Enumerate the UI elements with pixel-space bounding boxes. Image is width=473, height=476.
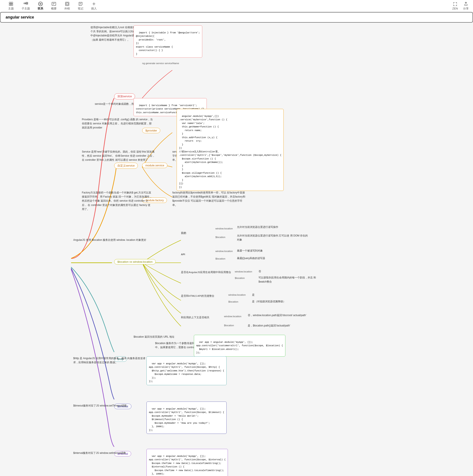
note-timeout: $timeout服务对应了JS window.setTimeout函数 [73, 404, 127, 408]
associate-icon [38, 1, 43, 6]
val-wl-lc: 否 [258, 270, 261, 273]
frame-icon [65, 1, 70, 6]
label-wl-purpose: window.location [215, 227, 233, 230]
label-purpose: 目的 [181, 232, 186, 235]
val-wl-ctx: 否，window.location.path返回'/docroot/ actua… [248, 313, 306, 317]
note-factory: Factory方法直接把一个函数当成一个对象的$ get,方法可以直接返回字符串… [82, 191, 153, 211]
overview-icon [52, 1, 56, 6]
label-loc-api: $location [215, 257, 225, 260]
connector-svg [0, 12, 473, 476]
share-button[interactable]: 分享 [463, 1, 469, 11]
val-loc-api: 暴露jQuery风格的读写器 [237, 256, 265, 260]
val-loc-purpose: 允许对当前浏览器位置进行读写操作,它可以使 用 DOM 存在的对象 [237, 234, 310, 242]
label-api: API [181, 253, 185, 256]
svg-rect-2 [9, 4, 11, 5]
branch-add-service[interactable]: 添加service [114, 93, 135, 100]
label-wl-lc: window.location [235, 270, 252, 273]
val-loc-lc: 可以获取到应用生命周期内的每一个阶段，并且 和$watch整合 [258, 276, 323, 284]
subtheme-icon [23, 1, 28, 6]
svg-rect-5 [26, 2, 28, 3]
svg-rect-4 [24, 3, 25, 4]
mindmap-canvas: angular service 添加service ng generate se… [0, 12, 473, 476]
svg-rect-6 [26, 3, 28, 4]
notes-icon [78, 1, 83, 6]
toolbar-subtheme[interactable]: 子主题 [18, 1, 34, 11]
toolbar-associate[interactable]: 联系 [34, 1, 47, 11]
toolbar-right: ZEN 分享 [452, 1, 469, 11]
label-context: 和应用的上下文是否相关 [181, 315, 209, 319]
zen-icon [453, 2, 457, 6]
label-wl-api: window.location [215, 250, 233, 253]
code-timeout: var app = angular.module('myApp', []); a… [146, 402, 227, 434]
toolbar-frame[interactable]: 外框 [60, 1, 74, 11]
zen-button[interactable]: ZEN [452, 2, 458, 10]
svg-rect-3 [11, 4, 13, 5]
branch-module-service[interactable]: module.service [142, 163, 167, 168]
val-loc-ctx: 是，$location.path()返回'/actual/path' [248, 324, 290, 328]
note-factory2: factory的使用比$provide的使用简单一些，可以 在factory中直… [172, 191, 246, 207]
val-wl-purpose: 允许对当前浏览器位置进行读写操作 [237, 225, 278, 229]
root-node[interactable]: angular service [0, 12, 473, 23]
note-location-main: AngularJS 使用 $location 服务比使用 window. loc… [73, 238, 146, 242]
val-wl-h5: 是 [252, 293, 255, 297]
label-wl-ctx: window.location [224, 315, 241, 318]
svg-rect-10 [52, 2, 56, 5]
label-ng-generate: ng generate service serviceName [142, 62, 179, 65]
label-loc-lc: $location [235, 277, 245, 279]
svg-rect-0 [9, 2, 11, 3]
note-module-service: Service 是用'new'关键字实例化的。因此，你应 该给'this'添加属… [82, 150, 155, 162]
note-http: $http 是 AngularJS 应用中最常用的服务。服务 向服务器发送请求，… [73, 356, 146, 365]
val-loc-h5: 是（对低级浏览器优雅降级） [252, 300, 286, 304]
label-html5: 是否和HTML5 API的无缝整合 [181, 294, 214, 298]
toolbar: 主题 子主题 联系 概要 外框 [0, 0, 473, 12]
svg-rect-12 [66, 3, 68, 5]
label-wl-h5: window.location [228, 293, 246, 296]
theme-icon [9, 1, 13, 6]
code-http: var app = angular.module('myApp', []); a… [146, 356, 227, 385]
toolbar-notes[interactable]: 笔记 [74, 1, 87, 11]
insert-icon [91, 1, 96, 6]
toolbar-insert[interactable]: 插入 [87, 1, 101, 11]
label-loc-purpose: $location [215, 236, 225, 238]
label-url: $location 返回当前页面的 URL 地址 [134, 335, 174, 339]
note-provider: Providers 是唯一一种你可以传进 .config() 函数 的 serv… [82, 118, 153, 130]
label-loc-h5: $location [228, 300, 238, 303]
toolbar-overview[interactable]: 概要 [47, 1, 60, 11]
code-interval: var app = angular.module('myApp', []); a… [146, 449, 228, 476]
code-custom-service: angular.module('myApp',[]) .service('myS… [177, 109, 284, 191]
code-location: var app = angular.module('myApp', []); a… [194, 335, 285, 357]
toolbar-theme[interactable]: 主题 [4, 1, 18, 11]
note-interval: $interval服务对应了JS window.setInterval函数 [73, 451, 126, 455]
val-wl-api: 暴露一个被读写到对象 [237, 249, 263, 253]
code-injectable: import { Injectable } from '@angular/cor… [134, 25, 202, 58]
branch-custom-service[interactable]: 自定义service [114, 163, 138, 169]
branch-location[interactable]: $location vs window.location [114, 259, 156, 264]
share-icon [464, 1, 468, 6]
svg-rect-11 [66, 2, 69, 6]
label-loc-ctx: $location [224, 324, 234, 327]
svg-point-9 [38, 2, 42, 6]
svg-rect-1 [11, 2, 13, 3]
label-lifecycle: 是否在AngularJS应用生命周期中和应用整合 [181, 270, 231, 274]
